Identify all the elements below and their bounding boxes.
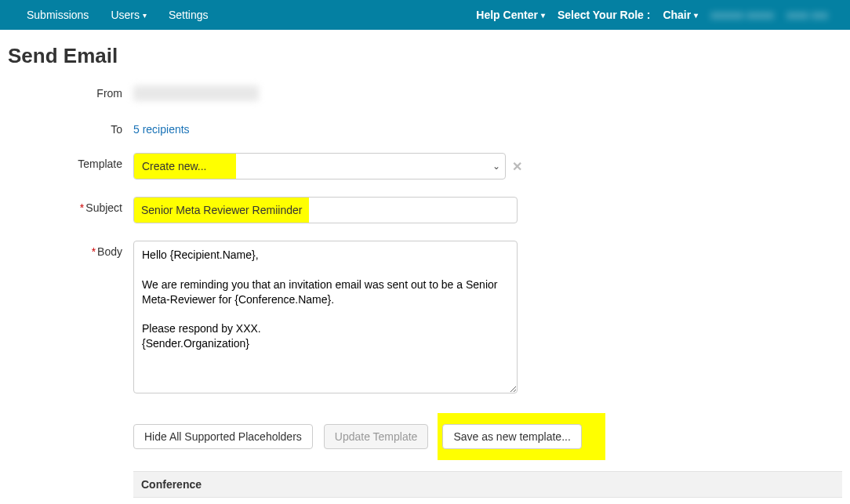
nav-users[interactable]: Users▾: [100, 0, 158, 30]
nav-right: Help Center▾ Select Your Role : Chair▾ x…: [470, 0, 834, 30]
top-navbar: Submissions Users▾ Settings Help Center▾…: [0, 0, 850, 30]
save-highlight: Save as new template...: [438, 413, 605, 460]
subject-input[interactable]: [133, 197, 518, 223]
template-select[interactable]: Create new... ⌄: [133, 153, 506, 179]
placeholder-key: {Conference.Name}: [133, 498, 478, 504]
placeholders-table: Conference {Conference.Name} Name of the…: [133, 471, 842, 504]
placeholder-desc: Name of the conference: [478, 498, 842, 504]
nav-role-label: Select Your Role :: [551, 0, 657, 30]
placeholder-section-header: Conference: [133, 472, 842, 498]
clear-template-icon[interactable]: ✕: [512, 159, 522, 174]
body-textarea[interactable]: [133, 241, 518, 393]
caret-down-icon: ▾: [143, 11, 147, 20]
nav-role-select[interactable]: Chair▾: [656, 0, 704, 30]
chevron-down-icon: ⌄: [488, 161, 505, 172]
page-content: Send Email From To 5 recipients Template…: [0, 30, 850, 504]
nav-help-center[interactable]: Help Center▾: [470, 0, 551, 30]
caret-down-icon: ▾: [541, 11, 545, 20]
recipients-link[interactable]: 5 recipients: [133, 123, 190, 136]
nav-user-redacted[interactable]: xxxxxx xxxxx: [704, 0, 780, 30]
nav-settings[interactable]: Settings: [158, 0, 220, 30]
label-to: To: [8, 118, 133, 136]
nav-submissions[interactable]: Submissions: [16, 0, 100, 30]
button-row: Hide All Supported Placeholders Update T…: [133, 413, 842, 460]
label-body: *Body: [8, 241, 133, 258]
nav-left: Submissions Users▾ Settings: [16, 0, 220, 30]
label-template: Template: [8, 153, 133, 170]
table-row: {Conference.Name} Name of the conference: [133, 498, 842, 504]
template-selected-value: Create new...: [134, 154, 236, 179]
caret-down-icon: ▾: [694, 11, 698, 20]
update-template-button[interactable]: Update Template: [324, 424, 429, 449]
hide-placeholders-button[interactable]: Hide All Supported Placeholders: [133, 424, 313, 449]
save-new-template-button[interactable]: Save as new template...: [442, 424, 581, 449]
label-subject: *Subject: [8, 197, 133, 214]
from-value-redacted: [133, 85, 259, 101]
label-from: From: [8, 82, 133, 100]
page-title: Send Email: [8, 44, 842, 68]
nav-user-redacted-2[interactable]: xxxx xxx: [780, 0, 834, 30]
